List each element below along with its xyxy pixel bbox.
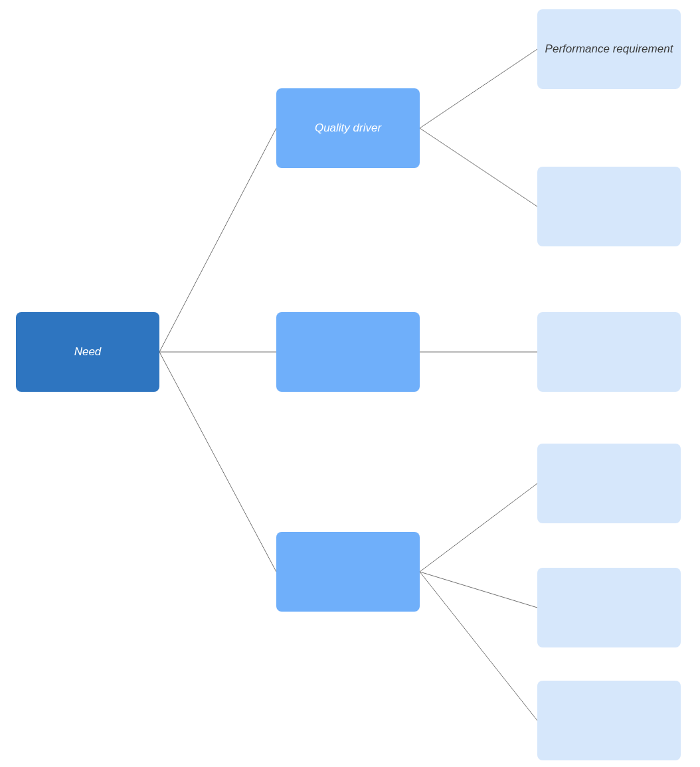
node-leaf-3[interactable] — [537, 312, 681, 392]
node-label: Quality driver — [315, 121, 381, 135]
node-need-root[interactable]: Need — [16, 312, 159, 392]
node-quality-driver[interactable]: Quality driver — [276, 88, 420, 168]
node-label: Performance requirement — [545, 42, 673, 56]
connector-line — [420, 572, 537, 721]
node-label: Need — [74, 345, 102, 359]
node-leaf-6[interactable] — [537, 681, 681, 760]
connector-line — [420, 128, 537, 207]
node-leaf-4[interactable] — [537, 444, 681, 523]
connector-line — [159, 352, 276, 572]
connector-line — [420, 483, 537, 572]
node-leaf-5[interactable] — [537, 568, 681, 647]
connector-line — [159, 128, 276, 352]
node-leaf-2[interactable] — [537, 167, 681, 246]
node-performance-requirement[interactable]: Performance requirement — [537, 9, 681, 89]
connector-line — [420, 572, 537, 608]
node-mid-2[interactable] — [276, 312, 420, 392]
node-mid-3[interactable] — [276, 532, 420, 612]
connector-line — [420, 49, 537, 128]
